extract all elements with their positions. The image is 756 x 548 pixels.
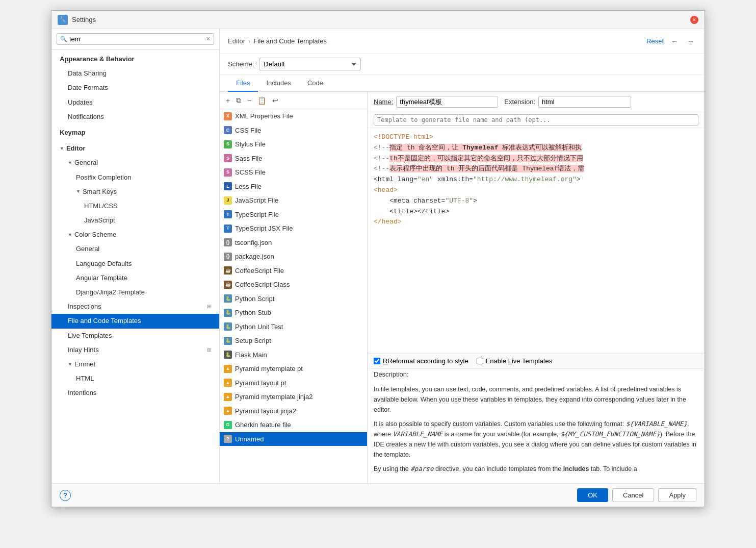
file-item-tsx[interactable]: T TypeScript JSX File [220, 221, 367, 236]
close-button[interactable]: ✕ [690, 16, 698, 24]
file-item-sass[interactable]: S Sass File [220, 152, 367, 166]
ok-button[interactable]: OK [577, 488, 608, 502]
search-wrap: 🔍 ✕ [57, 33, 214, 45]
less-icon: L [224, 182, 232, 190]
file-item-less[interactable]: L Less File [220, 180, 367, 194]
sidebar-item-updates[interactable]: Updates [51, 95, 219, 110]
sidebar-item-postfix[interactable]: Postfix Completion [51, 170, 219, 185]
clear-icon[interactable]: ✕ [206, 36, 211, 42]
sidebar-item-data-sharing[interactable]: Data Sharing [51, 66, 219, 81]
duplicate-template-button[interactable]: 📋 [255, 95, 268, 106]
file-item-flask[interactable]: 🐍 Flask Main [220, 348, 367, 362]
sidebar-item-appearance[interactable]: Appearance & Behavior [51, 51, 219, 66]
toggle-arrow: ▼ [60, 145, 64, 152]
description-para-2: It is also possible to specify custom va… [374, 419, 698, 460]
file-item-pyr-mytemplate-pt[interactable]: ▲ Pyramid mytemplate pt [220, 362, 367, 376]
extension-field-group: Extension: [504, 96, 631, 108]
cancel-button[interactable]: Cancel [612, 488, 654, 502]
file-item-python-stub[interactable]: 🐍 Python Stub [220, 306, 367, 320]
file-item-coffee-class[interactable]: ☕ CoffeeScript Class [220, 278, 367, 292]
file-item-xml[interactable]: X XML Properties File [220, 109, 367, 123]
live-templates-checkbox[interactable] [477, 358, 483, 364]
inlay-hints-badge: ⊞ [207, 346, 211, 354]
filename-input[interactable] [374, 114, 698, 126]
sidebar-item-editor[interactable]: ▼ Editor [51, 140, 219, 156]
ts-icon: T [224, 210, 232, 218]
sidebar-item-color-scheme[interactable]: ▼ Color Scheme [51, 228, 219, 242]
reformat-checkbox[interactable] [374, 358, 380, 364]
file-item-label: XML Properties File [235, 111, 293, 121]
file-item-python-script[interactable]: 🐍 Python Script [220, 292, 367, 306]
file-item-setup[interactable]: 🐍 Setup Script [220, 334, 367, 348]
sidebar-item-intentions[interactable]: Intentions [51, 386, 219, 400]
sidebar-item-django[interactable]: Django/Jinja2 Template [51, 285, 219, 300]
apply-button[interactable]: Apply [658, 488, 696, 502]
sidebar-item-angular[interactable]: Angular Template [51, 271, 219, 285]
reset-template-button[interactable]: ↩ [270, 95, 280, 106]
sidebar-item-language-defaults[interactable]: Language Defaults [51, 257, 219, 271]
live-templates-group: Enable Live Templates [477, 357, 553, 365]
sidebar-item-notifications[interactable]: Notifications [51, 110, 219, 124]
python-unit-icon: 🐍 [224, 322, 232, 331]
file-item-css[interactable]: C CSS File [220, 123, 367, 138]
file-item-coffee[interactable]: ☕ CoffeeScript File [220, 264, 367, 278]
extension-input[interactable] [538, 96, 631, 108]
dialog-footer: ? OK Cancel Apply [51, 483, 705, 507]
file-item-ts[interactable]: T TypeScript File [220, 208, 367, 222]
sidebar-item-keymap[interactable]: Keymap [51, 124, 219, 140]
toggle-arrow-general: ▼ [68, 160, 72, 166]
sidebar-item-general[interactable]: ▼ General [51, 156, 219, 170]
search-input[interactable] [69, 35, 206, 43]
tab-code[interactable]: Code [299, 75, 331, 92]
sidebar-item-inspections[interactable]: Inspections ⊞ [51, 300, 219, 314]
breadcrumb-parent: Editor [228, 37, 245, 45]
remove-template-button[interactable]: − [245, 95, 253, 106]
sidebar-item-file-code-templates[interactable]: File and Code Templates [51, 314, 219, 328]
add-template-button[interactable]: + [224, 95, 232, 106]
sidebar-item-general-cs[interactable]: General [51, 242, 219, 256]
tab-files[interactable]: Files [228, 75, 258, 92]
name-input[interactable] [396, 96, 498, 108]
file-item-pyr-layout-pt[interactable]: ▲ Pyramid layout pt [220, 376, 367, 390]
file-item-tsconfig[interactable]: {} tsconfig.json [220, 236, 367, 250]
live-templates-label: Enable Live Templates [486, 357, 553, 365]
reset-link[interactable]: Reset [646, 37, 664, 45]
sidebar-item-emmet[interactable]: ▼ Emmet [51, 357, 219, 371]
sidebar-item-html-emmet[interactable]: HTML [51, 371, 219, 386]
tsx-icon: T [224, 225, 232, 233]
file-item-js[interactable]: J JavaScript File [220, 193, 367, 208]
editor-panel: Name: Extension: <!DOCTY [368, 92, 705, 483]
sidebar-item-live-templates[interactable]: Live Templates [51, 329, 219, 343]
code-editor[interactable]: <!DOCTYPE html> <!--指定 th 命名空间，让 Thymele… [368, 128, 705, 354]
breadcrumb-separator: › [248, 37, 250, 45]
sidebar-item-date-formats[interactable]: Date Formats [51, 81, 219, 95]
file-item-stylus[interactable]: S Stylus File [220, 137, 367, 152]
code-line-7: <meta charset="UTF-8"> [374, 196, 698, 207]
help-button[interactable]: ? [60, 490, 71, 501]
file-item-python-unit[interactable]: 🐍 Python Unit Test [220, 320, 367, 334]
main-content: Editor › File and Code Templates Reset ←… [220, 29, 705, 483]
file-item-label: CoffeeScript Class [235, 280, 290, 290]
file-item-pyr-mytemplate-jinja[interactable]: ▲ Pyramid mytemplate jinja2 [220, 390, 367, 404]
sidebar-item-inlay-hints[interactable]: Inlay Hints ⊞ [51, 343, 219, 357]
breadcrumb: Editor › File and Code Templates [228, 37, 327, 45]
code-line-6: <head> [374, 185, 698, 196]
sidebar-item-html-css[interactable]: HTML/CSS [51, 199, 219, 213]
copy-template-button[interactable]: ⧉ [234, 95, 243, 106]
file-item-label: Python Unit Test [235, 322, 283, 332]
file-item-unnamed[interactable]: ? Unnamed [220, 432, 367, 446]
forward-button[interactable]: → [685, 36, 696, 46]
file-item-package[interactable]: {} package.json [220, 250, 367, 264]
file-item-label: Pyramid mytemplate jinja2 [235, 392, 312, 402]
file-list: + ⧉ − 📋 ↩ X XML Properties File C [220, 92, 368, 483]
scheme-select[interactable]: Default Project [259, 58, 361, 70]
tab-includes[interactable]: Includes [258, 75, 299, 92]
file-item-label: Gherkin feature file [235, 420, 291, 430]
file-item-label: Pyramid layout pt [235, 378, 286, 388]
file-item-pyr-layout-jinja[interactable]: ▲ Pyramid layout jinja2 [220, 404, 367, 418]
back-button[interactable]: ← [669, 36, 680, 46]
file-item-scss[interactable]: S SCSS File [220, 165, 367, 180]
sidebar-item-smart-keys[interactable]: ▼ Smart Keys [51, 185, 219, 199]
sidebar-item-javascript[interactable]: JavaScript [51, 213, 219, 228]
file-item-gherkin[interactable]: G Gherkin feature file [220, 418, 367, 432]
